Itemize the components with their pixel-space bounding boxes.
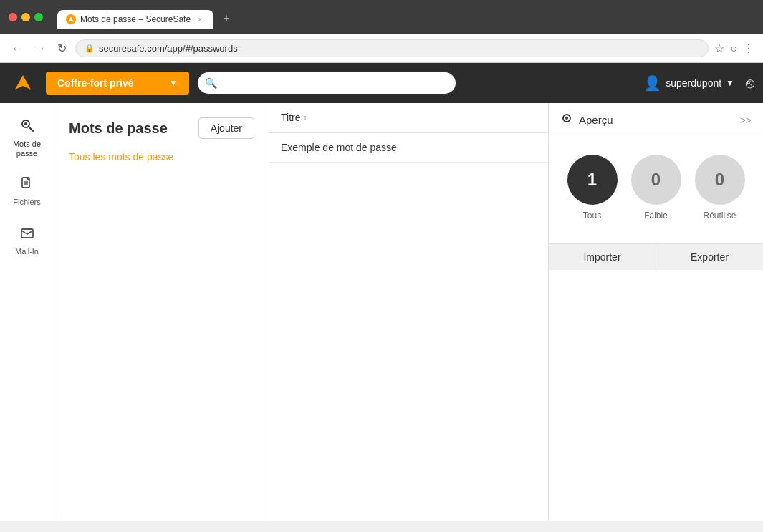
app-logo (9, 69, 37, 97)
svg-rect-7 (21, 229, 33, 238)
address-lock-icon: 🔒 (85, 44, 95, 53)
browser-dots (9, 13, 43, 21)
browser-titlebar: Mots de passe – SecureSafe × + (0, 0, 763, 34)
address-url: securesafe.com/app/#/passwords (99, 43, 238, 54)
vault-selector-label: Coffre-fort privé (57, 77, 163, 89)
user-menu[interactable]: 👤 superdupont ▼ (643, 74, 734, 92)
password-list-item[interactable]: Exemple de mot de passe (269, 133, 548, 163)
back-button[interactable]: ← (9, 41, 26, 57)
new-tab-button[interactable]: + (216, 9, 236, 29)
stat-tous-circle[interactable]: 1 (567, 155, 618, 205)
user-icon: 👤 (643, 74, 661, 92)
svg-line-2 (29, 127, 33, 131)
vault-selector-button[interactable]: Coffre-fort privé ▼ (46, 72, 189, 95)
stat-tous-label: Tous (583, 211, 601, 221)
files-icon (19, 175, 35, 195)
stats-section: 1 Tous 0 Faible 0 Réutilisé (549, 137, 763, 238)
passwords-icon (19, 117, 35, 137)
tab-title: Mots de passe – SecureSafe (80, 14, 191, 24)
password-list: Titre ↑ Exemple de mot de passe (269, 103, 548, 521)
sidebar: Mots depasse Fichiers Mail-In (0, 103, 54, 521)
stat-faible-circle[interactable]: 0 (631, 155, 681, 205)
import-export-bar: Importer Exporter (549, 243, 763, 270)
user-name: superdupont (666, 77, 721, 89)
vault-chevron-icon: ▼ (169, 78, 178, 88)
sidebar-item-passwords-label: Mots depasse (13, 140, 41, 158)
list-header: Titre ↑ (269, 103, 548, 132)
app-header: Coffre-fort privé ▼ 🔍 👤 superdupont ▼ ⎋ (0, 63, 763, 103)
sidebar-item-passwords[interactable]: Mots depasse (4, 112, 50, 164)
dot-yellow[interactable] (21, 13, 30, 21)
apercu-title: Aperçu (579, 114, 613, 126)
apercu-title-row: Aperçu (560, 112, 613, 128)
tab-close-button[interactable]: × (195, 14, 205, 24)
left-panel: Mots de passe Ajouter Tous les mots de p… (54, 103, 269, 521)
stat-faible-label: Faible (644, 211, 668, 221)
active-tab[interactable]: Mots de passe – SecureSafe × (57, 10, 213, 29)
stat-reutilise: 0 Réutilisé (695, 155, 745, 221)
address-bar[interactable]: 🔒 securesafe.com/app/#/passwords (75, 39, 709, 57)
apercu-panel: Aperçu >> 1 Tous 0 Faible (548, 103, 763, 521)
refresh-button[interactable]: ↻ (54, 40, 69, 57)
logout-icon: ⎋ (746, 75, 754, 91)
panel-title: Mots de passe (69, 120, 168, 137)
sidebar-item-mailin[interactable]: Mail-In (4, 219, 50, 262)
panel-header: Mots de passe Ajouter (69, 117, 254, 139)
tab-bar: Mots de passe – SecureSafe × + (49, 6, 754, 29)
dot-green[interactable] (34, 13, 43, 21)
all-passwords-link[interactable]: Tous les mots de passe (69, 151, 173, 163)
apercu-icon (560, 112, 573, 128)
import-button[interactable]: Importer (549, 244, 656, 270)
export-button[interactable]: Exporter (656, 244, 763, 270)
logout-button[interactable]: ⎋ (746, 75, 754, 92)
sort-icon: ↑ (303, 114, 307, 122)
apercu-expand-button[interactable]: >> (740, 115, 752, 126)
mailin-icon (19, 225, 35, 244)
tab-favicon (66, 14, 76, 24)
sidebar-item-files-label: Fichiers (13, 198, 41, 207)
browser-actions: ☆ ○ ⋮ (714, 42, 754, 55)
list-column-title[interactable]: Titre ↑ (281, 112, 307, 123)
forward-button[interactable]: → (32, 41, 49, 57)
stat-tous: 1 Tous (567, 155, 618, 221)
user-chevron-icon: ▼ (726, 78, 734, 88)
browser-chrome: Mots de passe – SecureSafe × + ← → ↻ 🔒 s… (0, 0, 763, 63)
bookmark-button[interactable]: ☆ (714, 42, 724, 55)
stat-reutilise-circle[interactable]: 0 (695, 155, 745, 205)
sidebar-item-mailin-label: Mail-In (15, 247, 39, 256)
add-button[interactable]: Ajouter (198, 117, 254, 139)
stat-faible: 0 Faible (631, 155, 681, 221)
sidebar-item-files[interactable]: Fichiers (4, 170, 50, 213)
dot-red[interactable] (9, 13, 17, 21)
stat-reutilise-label: Réutilisé (703, 211, 736, 221)
account-button[interactable]: ○ (730, 42, 737, 55)
app-body: Mots depasse Fichiers Mail-In (0, 103, 763, 521)
search-input[interactable] (198, 72, 456, 94)
main-content: Mots de passe Ajouter Tous les mots de p… (54, 103, 763, 521)
more-button[interactable]: ⋮ (743, 42, 754, 55)
apercu-header: Aperçu >> (549, 103, 763, 137)
browser-addressbar: ← → ↻ 🔒 securesafe.com/app/#/passwords ☆… (0, 34, 763, 63)
search-icon: 🔍 (205, 77, 217, 89)
svg-point-3 (24, 122, 27, 125)
header-right: 👤 superdupont ▼ ⎋ (643, 74, 754, 92)
search-wrapper: 🔍 (198, 72, 456, 94)
svg-point-9 (565, 117, 568, 120)
